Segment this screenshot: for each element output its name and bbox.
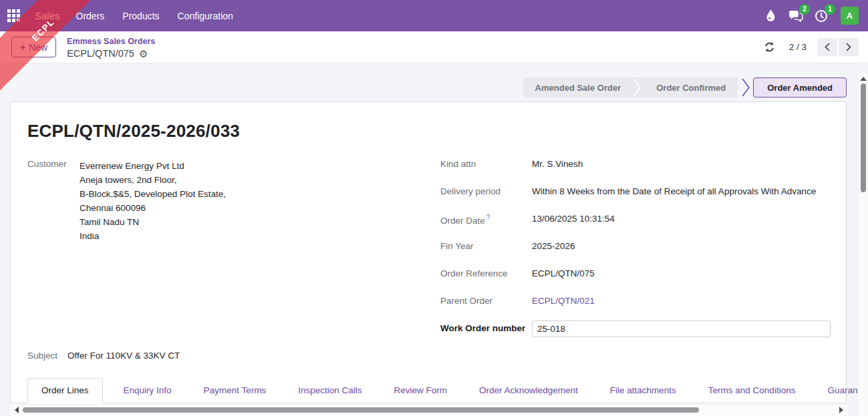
statusbar-separator-active bbox=[738, 77, 753, 97]
form-sheet: ECPL/QTN/2025-2026/033 Customer Everrene… bbox=[10, 101, 847, 416]
tab-enquiry-info[interactable]: Enquiry Info bbox=[112, 379, 183, 403]
notebook-tabs: Order Lines Enquiry Info Payment Terms I… bbox=[11, 377, 846, 403]
plus-icon: + bbox=[20, 42, 25, 53]
tab-inspection-calls[interactable]: Inspection Calls bbox=[287, 379, 373, 403]
droplet-icon bbox=[766, 9, 776, 22]
customer-label: Customer bbox=[27, 159, 80, 243]
breadcrumb: Emmess Sales Orders ECPL/QTN/075 ⚙ bbox=[67, 34, 155, 59]
gear-icon[interactable]: ⚙ bbox=[139, 49, 148, 59]
pager-previous-button[interactable] bbox=[817, 38, 837, 56]
statusbar-step-amended-sale-order[interactable]: Amended Sale Order bbox=[523, 77, 633, 97]
nav-products[interactable]: Products bbox=[122, 11, 159, 21]
control-panel: + New Emmess Sales Orders ECPL/QTN/075 ⚙… bbox=[0, 31, 868, 63]
chevron-left-icon bbox=[825, 43, 830, 51]
new-button-label: New bbox=[29, 42, 47, 53]
field-order-date: Order Date? 13/06/2025 10:31:54 bbox=[440, 214, 831, 241]
field-delivery-period: Delivery period Within 8 Weeks from the … bbox=[440, 186, 831, 214]
scroll-right-arrow-icon[interactable] bbox=[839, 407, 843, 413]
customer-field: Customer Everrenew Energy Pvt Ltd Aneja … bbox=[27, 159, 226, 243]
pager-next-button[interactable] bbox=[839, 38, 859, 56]
new-button[interactable]: + New bbox=[11, 37, 56, 57]
refresh-button[interactable] bbox=[761, 39, 778, 56]
horizontal-scrollbar[interactable] bbox=[10, 404, 849, 415]
tab-file-attachments[interactable]: File attachments bbox=[599, 379, 688, 403]
scroll-up-arrow-icon[interactable] bbox=[860, 77, 867, 81]
help-marker[interactable]: ? bbox=[486, 214, 490, 221]
tab-payment-terms[interactable]: Payment Terms bbox=[192, 379, 278, 403]
customer-value[interactable]: Everrenew Energy Pvt Ltd Aneja towers, 2… bbox=[80, 159, 226, 243]
user-avatar[interactable]: A bbox=[841, 7, 859, 25]
activities-badge: 1 bbox=[825, 4, 835, 15]
horizontal-scrollbar-thumb[interactable] bbox=[23, 407, 699, 413]
tab-review-form[interactable]: Review Form bbox=[382, 379, 458, 403]
apps-grid-icon[interactable] bbox=[7, 9, 21, 23]
statusbar-step-order-amended[interactable]: Order Amended bbox=[753, 77, 847, 97]
activities-button[interactable]: 1 bbox=[811, 6, 831, 26]
subject-field: Subject Offer For 110KV & 33KV CT bbox=[27, 351, 180, 361]
vertical-scrollbar-thumb[interactable] bbox=[861, 83, 866, 192]
tab-order-acknowledgement[interactable]: Order Acknowledgement bbox=[468, 379, 589, 403]
order-title: ECPL/QTN/2025-2026/033 bbox=[27, 121, 240, 142]
vertical-scrollbar[interactable] bbox=[857, 73, 868, 416]
parent-order-link[interactable]: ECPL/QTN/021 bbox=[532, 296, 595, 306]
right-fields: Kind attn Mr. S.Vinesh Delivery period W… bbox=[440, 159, 831, 351]
statusbar: Amended Sale Order Order Confirmed Order… bbox=[523, 77, 847, 97]
nav-configuration[interactable]: Configuration bbox=[178, 11, 233, 21]
refresh-icon bbox=[764, 41, 775, 53]
work-order-number-input[interactable] bbox=[532, 321, 831, 337]
tab-terms-and-conditions[interactable]: Terms and Conditions bbox=[697, 379, 807, 403]
field-parent-order: Parent Order ECPL/QTN/021 bbox=[440, 296, 831, 323]
statusbar-separator bbox=[633, 77, 644, 97]
chevron-right-icon bbox=[846, 43, 851, 51]
statusbar-step-order-confirmed[interactable]: Order Confirmed bbox=[644, 77, 738, 97]
breadcrumb-parent-link[interactable]: Emmess Sales Orders bbox=[67, 37, 155, 47]
field-order-reference: Order Reference ECPL/QTN/075 bbox=[440, 268, 831, 296]
tab-order-lines[interactable]: Order Lines bbox=[27, 378, 103, 403]
debug-droplet-icon[interactable] bbox=[760, 6, 780, 26]
pager-indicator: 2 / 3 bbox=[789, 42, 807, 52]
nav-orders[interactable]: Orders bbox=[76, 11, 105, 21]
field-kind-attn: Kind attn Mr. S.Vinesh bbox=[440, 159, 831, 186]
breadcrumb-current: ECPL/QTN/075 bbox=[67, 47, 134, 59]
messages-badge: 2 bbox=[799, 4, 810, 15]
field-fin-year: Fin Year 2025-2026 bbox=[440, 241, 831, 268]
scroll-left-arrow-icon[interactable] bbox=[15, 407, 19, 413]
messages-button[interactable]: 2 bbox=[786, 6, 806, 26]
field-work-order-number: Work Order number bbox=[440, 323, 831, 351]
app-name[interactable]: Sales bbox=[35, 10, 60, 21]
top-navbar: Sales Orders Products Configuration 2 1 … bbox=[0, 0, 868, 31]
